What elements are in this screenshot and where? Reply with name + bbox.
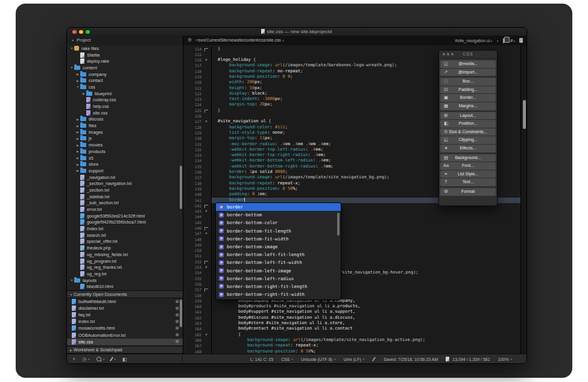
tree-item-coderay-css[interactable]: coderay.css (67, 97, 183, 104)
fold-open-icon[interactable]: ▼ (205, 265, 207, 270)
palette-button-import[interactable]: ↗@import... (440, 69, 496, 77)
tree-item-help-css[interactable]: help.css (67, 103, 183, 110)
tree-item-thedeck-php[interactable]: thedeck.php (67, 245, 183, 251)
open-document-odbautomationerror-txt[interactable]: ODBAutomationError.txt⊗ (67, 331, 183, 338)
autocomplete-item-border-bottom-image[interactable]: Pborder-bottom-image (216, 243, 341, 251)
tree-item-error-txt[interactable]: error.txt (67, 206, 183, 213)
tree-item-blueprint[interactable]: ▶blueprint (67, 90, 183, 97)
tree-item-navigation-txt[interactable]: _navigation.txt (67, 174, 183, 181)
autocomplete-scrollbar[interactable] (337, 213, 340, 236)
autocomplete-item-border-bottom-left-image[interactable]: Pborder-bottom-left-image (216, 267, 341, 275)
title-bar[interactable]: site.css — new site.bbprojectd (67, 28, 526, 36)
tree-item-rake-files[interactable]: ▼rake files (67, 45, 183, 52)
palette-button-layout[interactable]: ⊞Layout... (440, 112, 496, 120)
tree-item-layouts[interactable]: ▼layouts (67, 277, 183, 284)
disclosure-triangle-icon[interactable]: ▶ (75, 124, 80, 128)
open-document-builtwithbbedit-html[interactable]: builtwithbbedit.html⊗ (67, 298, 183, 305)
disclosure-triangle-icon[interactable]: ▼ (69, 278, 74, 282)
palette-button-media[interactable]: ◫@media... (440, 60, 496, 68)
palette-button-size-constraints[interactable]: ⊙Size & Constraints... (440, 128, 496, 136)
counterparts-menu[interactable]: ▾ (503, 39, 507, 43)
autocomplete-item-border-bottom-right-fit-length[interactable]: Pborder-bottom-right-fit-length (216, 283, 341, 290)
tree-item-products[interactable]: ▶products (67, 148, 183, 155)
palette-button-format[interactable]: ⚙Format (440, 188, 496, 196)
palette-button-box[interactable]: □Box... (440, 78, 496, 86)
tree-item-googlef9429b235f0cbca7-html[interactable]: googlef9429b235f0cbca7.html (67, 219, 183, 226)
tree-item-js[interactable]: ▶js (67, 136, 183, 142)
tree-item-css[interactable]: ▼css (67, 84, 183, 90)
autocomplete-item-border-bottom-left-fit-width[interactable]: Pborder-bottom-left-fit-width (216, 258, 341, 266)
palette-button-padding[interactable]: ⊡Padding... (440, 86, 496, 94)
tree-item-site-css[interactable]: site.css (67, 110, 183, 116)
disclosure-triangle-icon[interactable]: ▶ (75, 137, 80, 140)
fold-open-icon[interactable]: ▼ (205, 332, 207, 337)
new-document-icon[interactable] (519, 38, 523, 43)
tree-item-section-navigation-txt[interactable]: _section_navigation.txt (67, 180, 183, 187)
tree-item-support[interactable]: ▶support (67, 168, 183, 174)
tree-item-store[interactable]: ▶store (67, 161, 183, 168)
language-menu[interactable]: CSS▾ (281, 357, 293, 362)
disclosure-triangle-icon[interactable]: ▶ (81, 92, 86, 95)
palette-button-text[interactable]: TText... (440, 178, 496, 186)
tree-item-sub-section-txt[interactable]: _sub_section.txt (67, 200, 183, 207)
tree-item-s5[interactable]: ▶s5 (67, 155, 183, 161)
disclosure-triangle-icon[interactable]: ▶ (75, 117, 80, 121)
code-line-162[interactable]: 162body#discuss #site_navigation ul li a… (183, 315, 527, 321)
disclosure-triangle-icon[interactable]: ▼ (69, 46, 74, 50)
tree-item-bbedit10-html[interactable]: bbedit10.html (67, 283, 183, 290)
includes-menu[interactable]: #▾ (510, 38, 515, 43)
tree-item-contact[interactable]: ▶contact (67, 77, 183, 84)
disclosure-triangle-icon[interactable]: ▼ (75, 85, 80, 89)
fold-open-icon[interactable]: ▼ (205, 231, 207, 236)
disclosure-triangle-icon[interactable]: ▼ (69, 66, 74, 69)
autocomplete-item-border-bottom-color[interactable]: Pborder-bottom-color (216, 219, 341, 227)
code-line-160[interactable]: 160body#products #site_navigation ul li … (183, 304, 527, 309)
tree-item-content[interactable]: ▼content (67, 64, 183, 71)
palette-button-effects[interactable]: ∗Effects... (440, 145, 496, 152)
disclosure-triangle-icon[interactable]: ▶ (75, 156, 80, 160)
close-document-icon[interactable]: ⊗ (175, 306, 179, 311)
worksheet-header[interactable]: ▶Worksheet & Scratchpad (67, 346, 183, 354)
autocomplete-item-border-bottom-fit-length[interactable]: Pborder-bottom-fit-length (216, 227, 341, 235)
add-button[interactable]: + (72, 357, 75, 362)
tree-item-ug-program-txt[interactable]: ug_program.txt (67, 258, 183, 265)
search-menu[interactable]: ▾ (96, 357, 105, 362)
code-line-163[interactable]: 163body#store #site_navigation ul li a.s… (183, 321, 527, 326)
tree-item-deploy-rake[interactable]: deploy.rake (67, 58, 183, 64)
code-line-165[interactable]: 165▼{ (183, 332, 527, 337)
disclosure-triangle-icon[interactable]: ▶ (75, 143, 80, 147)
project-header[interactable]: ▼Project (67, 36, 183, 45)
tree-item-ug-reg-txt[interactable]: ug_reg.txt (67, 271, 183, 277)
disclosure-triangle-icon[interactable]: ▶ (75, 72, 80, 76)
autocomplete-item-border-bottom-left-fit-length[interactable]: Pborder-bottom-left-fit-length (216, 251, 341, 258)
tree-item-files[interactable]: ▶files (67, 122, 183, 129)
tree-item-discuss[interactable]: ▶discuss (67, 116, 183, 123)
fold-open-icon[interactable]: ▼ (205, 119, 207, 124)
tree-item-section-txt[interactable]: _section.txt (67, 187, 183, 193)
open-documents-scrollbar[interactable] (180, 299, 182, 327)
open-document-mosaiccredits-html[interactable]: mosaiccredits.html⊗ (67, 325, 183, 331)
code-line-167[interactable]: 167background-repeat: repeat-x; (183, 343, 527, 348)
open-document-index-txt[interactable]: index.txt⊗ (67, 318, 183, 325)
recent-documents-menu[interactable]: ◷▾ (82, 357, 90, 362)
open-document-site-css[interactable]: site.css⊗ (67, 339, 183, 345)
autocomplete-item-border[interactable]: Pborder (216, 203, 341, 211)
fold-open-icon[interactable]: ▼ (205, 208, 207, 214)
tree-item-ug-missing-fields-txt[interactable]: ug_missing_fields.txt (67, 251, 183, 258)
disclosure-triangle-icon[interactable]: ▼ (71, 39, 74, 42)
sidebar-scrollbar[interactable] (180, 166, 182, 209)
tree-item-search-txt[interactable]: search.txt (67, 232, 183, 239)
tree-item-company[interactable]: ▶company (67, 71, 183, 78)
tree-item-special-offer-txt[interactable]: special_offer.txt (67, 239, 183, 245)
close-document-icon[interactable]: ⊗ (175, 299, 179, 304)
gear-icon[interactable]: ⚙ (188, 37, 192, 43)
disclosure-triangle-icon[interactable]: ▶ (75, 130, 80, 134)
palette-button-border[interactable]: ▣Border... (440, 94, 496, 102)
palette-button-clipping[interactable]: ◱Clipping... (440, 136, 496, 144)
editor-scrollbar-track[interactable] (520, 45, 527, 354)
close-document-icon[interactable]: ⊗ (175, 339, 179, 344)
open-document-faq-txt[interactable]: faq.txt⊗ (67, 312, 183, 318)
disclosure-triangle-icon[interactable]: ▶ (69, 348, 74, 352)
sidebar-toggle[interactable]: ◧ (122, 357, 127, 362)
close-document-icon[interactable]: ⊗ (175, 326, 179, 331)
